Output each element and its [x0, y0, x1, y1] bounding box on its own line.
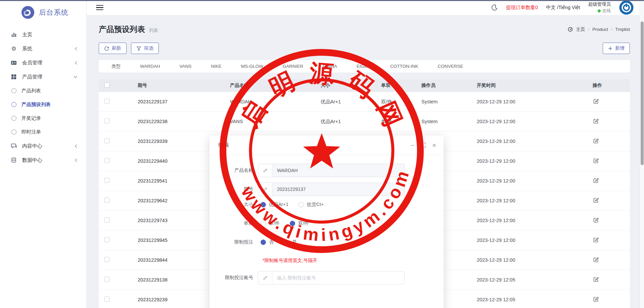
cell-draw-time: 2023-12-29 12:00: [477, 257, 593, 263]
row-checkbox[interactable]: [104, 178, 109, 183]
edit-row-icon[interactable]: [593, 296, 599, 302]
edit-row-icon[interactable]: [593, 157, 599, 164]
limit-option-no[interactable]: 否: [261, 239, 274, 245]
col-product: 产品名称: [230, 83, 321, 89]
sidebar-item-content-center[interactable]: 内容中心: [0, 139, 86, 153]
sidebar-item-label: 数据中心: [22, 157, 75, 163]
tab-type[interactable]: 类型: [111, 63, 121, 69]
tab-wardah[interactable]: WARDAH: [140, 64, 160, 69]
sidebar-item-members[interactable]: 会员管理: [0, 56, 86, 70]
product-name-input[interactable]: [272, 164, 404, 177]
sidebar-item-live-bets[interactable]: 即时注单: [0, 125, 86, 139]
cell-draw-time: 2023-12-29 12:05: [477, 277, 593, 283]
tab-nike[interactable]: NIKE: [211, 64, 222, 69]
row-checkbox[interactable]: [104, 217, 109, 222]
add-button[interactable]: 新增: [603, 43, 630, 54]
radio-circle-icon: [11, 130, 16, 135]
edit-row-icon[interactable]: [593, 256, 599, 263]
cell-draw-time: 2023-12-29 12:00: [477, 99, 593, 104]
sidebar-item-label: 系统: [22, 46, 75, 52]
dark-mode-moon-icon[interactable]: [491, 4, 498, 11]
tab-cotton-ink[interactable]: COTTON-INK: [390, 64, 418, 69]
filter-label: 筛选: [144, 45, 153, 51]
database-icon: [10, 157, 17, 163]
toolbar: 刷新 筛选 新增: [99, 43, 630, 54]
edit-row-icon[interactable]: [593, 138, 599, 144]
tab-eiger[interactable]: EIGER: [357, 64, 371, 69]
parity-option-odd[interactable]: 单/件: [261, 220, 280, 226]
row-checkbox[interactable]: [104, 277, 109, 282]
edit-row-icon[interactable]: [593, 197, 599, 203]
breadcrumb-product[interactable]: Product: [592, 27, 608, 32]
row-checkbox[interactable]: [104, 297, 109, 302]
sidebar-item-label: 主页: [22, 32, 78, 38]
row-checkbox[interactable]: [104, 257, 109, 262]
page-subtitle: 列表: [149, 28, 158, 34]
scrollbar-thumb[interactable]: [641, 21, 644, 165]
add-label: 新增: [615, 45, 625, 51]
edit-row-icon[interactable]: [593, 98, 599, 104]
select-all-checkbox[interactable]: [104, 83, 109, 88]
tab-emina[interactable]: EMINA: [323, 64, 337, 69]
radio-selected-icon: [290, 221, 295, 226]
row-checkbox[interactable]: [104, 118, 109, 123]
hamburger-menu-icon[interactable]: [96, 4, 103, 12]
breadcrumb-home[interactable]: 主页: [576, 27, 585, 33]
language-switcher[interactable]: 中文 /Tiếng Việt: [546, 4, 580, 11]
row-checkbox[interactable]: [104, 237, 109, 242]
tab-garnier[interactable]: GARNIER: [283, 64, 304, 69]
sidebar-item-label: 开奖记录: [21, 115, 41, 121]
minimize-icon[interactable]: −: [411, 142, 415, 149]
cell-parity: 单/件: [381, 118, 421, 125]
tab-converse[interactable]: CONVERSE: [438, 64, 463, 69]
edit-row-icon[interactable]: [593, 177, 599, 184]
logo[interactable]: 后台系统: [0, 0, 86, 23]
radio-circle-icon: [11, 102, 16, 107]
row-checkbox[interactable]: [104, 138, 109, 143]
limit-account-input[interactable]: [272, 271, 404, 284]
sidebar-item-system[interactable]: ⚙ 系统: [0, 42, 86, 56]
radio-icon: [261, 221, 266, 226]
withdraw-orders-notice[interactable]: 提现订单数量0: [506, 4, 538, 11]
edit-row-icon[interactable]: [593, 118, 599, 124]
size-option-premium[interactable]: 优品Ar+1: [261, 202, 288, 208]
modal-body: 产品名称 期号 大小 优品Ar+1 统货Ct+ 单双 单/件 双/件: [210, 155, 444, 285]
cell-operator: System: [421, 119, 477, 124]
col-parity: 单双: [381, 83, 421, 89]
radio-icon: [298, 202, 304, 207]
funnel-icon: [136, 46, 141, 51]
fullscreen-icon[interactable]: [421, 143, 426, 148]
breadcrumb-tmplist[interactable]: Tmplist: [615, 27, 630, 32]
edit-row-icon[interactable]: [593, 217, 599, 223]
edit-row-icon[interactable]: [593, 276, 599, 283]
limit-account-field: [258, 271, 405, 285]
limit-bet-label: 限制投注: [218, 239, 258, 245]
user-info: 超级管理员 在线: [588, 1, 611, 14]
row-checkbox[interactable]: [104, 158, 109, 163]
parity-option-even[interactable]: 双/件: [290, 220, 309, 226]
cell-issue: 20231229238: [138, 119, 230, 124]
size-option-general[interactable]: 统货Ct+: [298, 202, 324, 208]
sidebar-item-products[interactable]: 产品管理: [0, 70, 86, 84]
avatar[interactable]: [619, 0, 634, 15]
edit-row-icon[interactable]: [593, 237, 599, 243]
cell-product: WARDAH: [230, 99, 321, 104]
cell-parity: 双/件: [381, 99, 421, 105]
sidebar-item-product-preset-list[interactable]: 产品预设列表: [0, 98, 86, 111]
filter-button[interactable]: 筛选: [131, 43, 159, 54]
sidebar-item-draw-records[interactable]: 开奖记录: [0, 111, 86, 125]
sidebar-item-data-center[interactable]: 数据中心: [0, 153, 86, 167]
cell-product: VANS: [230, 119, 321, 124]
close-icon[interactable]: ×: [432, 142, 436, 149]
sidebar-item-home[interactable]: 主页: [0, 28, 86, 42]
online-status-label: 在线: [602, 8, 611, 14]
issue-input[interactable]: [272, 183, 404, 196]
tab-ms-glow[interactable]: MS-GLOW: [241, 64, 263, 69]
tab-vans[interactable]: VANS: [180, 64, 192, 69]
row-checkbox[interactable]: [104, 198, 109, 203]
limit-option-yes[interactable]: 是: [284, 239, 297, 245]
refresh-button[interactable]: 刷新: [99, 43, 127, 54]
product-name-field: [258, 164, 405, 177]
row-checkbox[interactable]: [104, 99, 109, 104]
sidebar-item-product-list[interactable]: 产品列表: [0, 84, 86, 98]
